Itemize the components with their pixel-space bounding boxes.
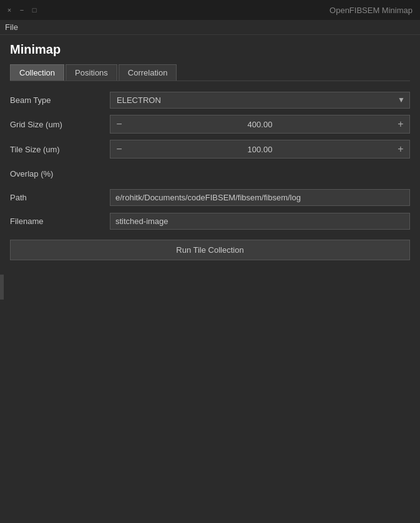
- tile-size-input[interactable]: [128, 145, 392, 154]
- main-content: Minimap Collection Positions Correlation…: [0, 35, 420, 268]
- collection-form: Beam Type ELECTRON ION ▼ Grid Size (um) …: [10, 91, 410, 260]
- tab-collection[interactable]: Collection: [10, 64, 64, 81]
- tab-positions[interactable]: Positions: [66, 64, 117, 81]
- maximize-icon[interactable]: □: [30, 6, 39, 14]
- grid-size-input[interactable]: [128, 120, 392, 129]
- grid-size-label: Grid Size (um): [10, 120, 110, 129]
- tile-size-row: Tile Size (um) − +: [10, 140, 410, 159]
- window-controls[interactable]: × − □: [5, 6, 39, 14]
- filename-control: stitched-image: [110, 213, 410, 230]
- filename-row: Filename stitched-image: [10, 212, 410, 230]
- tile-size-decrement-button[interactable]: −: [110, 140, 128, 158]
- tab-correlation[interactable]: Correlation: [119, 64, 177, 81]
- menu-bar: File: [0, 20, 420, 35]
- side-resize-handle[interactable]: [0, 275, 4, 300]
- grid-size-control: − +: [110, 115, 410, 134]
- path-label: Path: [10, 193, 110, 202]
- page-title: Minimap: [10, 42, 410, 57]
- grid-size-spinbox: − +: [110, 115, 410, 134]
- tile-size-increment-button[interactable]: +: [392, 140, 409, 158]
- run-tile-collection-button[interactable]: Run Tile Collection: [10, 240, 410, 260]
- overlap-label: Overlap (%): [10, 169, 110, 178]
- close-icon[interactable]: ×: [5, 6, 14, 14]
- tab-bar: Collection Positions Correlation: [10, 64, 410, 81]
- beam-type-row: Beam Type ELECTRON ION ▼: [10, 91, 410, 109]
- beam-type-control: ELECTRON ION ▼: [110, 92, 410, 109]
- path-row: Path e/rohitk/Documents/codeFIBSEM/fibse…: [10, 188, 410, 206]
- app-title: OpenFIBSEM Minimap: [330, 6, 413, 15]
- filename-label: Filename: [10, 217, 110, 226]
- beam-type-label: Beam Type: [10, 95, 110, 105]
- filename-display[interactable]: stitched-image: [110, 213, 410, 230]
- file-menu[interactable]: File: [5, 22, 18, 32]
- beam-type-select-wrapper: ELECTRON ION ▼: [110, 92, 410, 109]
- minimize-icon[interactable]: −: [17, 6, 26, 14]
- path-display[interactable]: e/rohitk/Documents/codeFIBSEM/fibsem/fib…: [110, 189, 410, 206]
- title-bar: × − □ OpenFIBSEM Minimap: [0, 0, 420, 20]
- path-control: e/rohitk/Documents/codeFIBSEM/fibsem/fib…: [110, 189, 410, 206]
- tile-size-spinbox: − +: [110, 140, 410, 159]
- grid-size-increment-button[interactable]: +: [392, 115, 409, 133]
- tile-size-label: Tile Size (um): [10, 145, 110, 154]
- grid-size-row: Grid Size (um) − +: [10, 115, 410, 134]
- tile-size-control: − +: [110, 140, 410, 159]
- beam-type-select[interactable]: ELECTRON ION: [110, 92, 410, 109]
- overlap-row: Overlap (%): [10, 165, 410, 182]
- grid-size-decrement-button[interactable]: −: [110, 115, 128, 133]
